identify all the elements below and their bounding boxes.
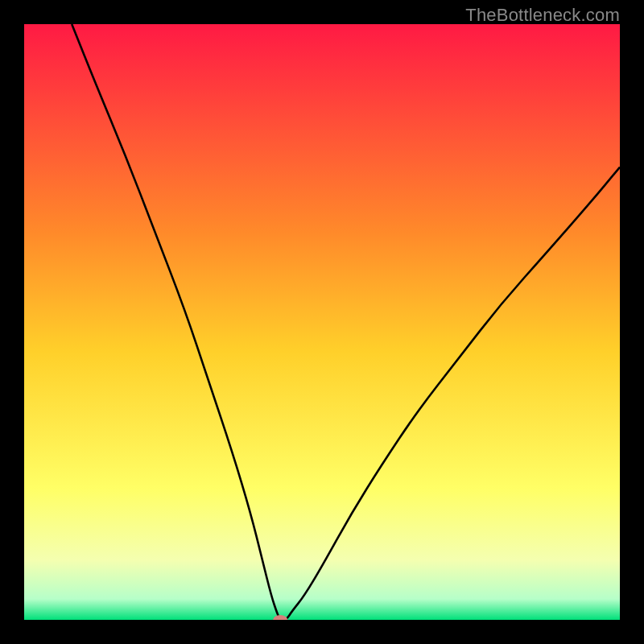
plot-area bbox=[24, 24, 620, 620]
gradient-background bbox=[24, 24, 620, 620]
chart-frame: TheBottleneck.com bbox=[0, 0, 644, 644]
watermark-text: TheBottleneck.com bbox=[465, 5, 620, 26]
chart-svg bbox=[24, 24, 620, 620]
